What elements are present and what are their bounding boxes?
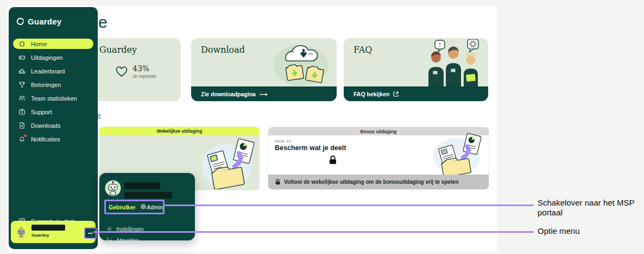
faq-cta[interactable]: FAQ bekijken (344, 86, 488, 101)
popup-item-logout[interactable]: Afmelden (106, 238, 139, 244)
option-menu-button[interactable]: ••• (84, 227, 97, 239)
user-popup-menu: Gebruiker Admin Instellingen Afmelden (99, 173, 195, 240)
heart-icon (115, 66, 128, 78)
sidebar-item-uitdagingen[interactable]: Uitdagingen (13, 51, 93, 64)
gamepad-icon (18, 54, 26, 61)
sidebar-item-label: Team statistieken (31, 95, 77, 102)
logout-icon (106, 238, 112, 244)
external-link-icon (393, 91, 399, 97)
sidebar-item-label: Uitdagingen (31, 54, 63, 61)
annotation-msp-switch: Schakelover naar het MSP portaal (538, 198, 635, 218)
reputation-value: 43% (132, 64, 156, 73)
reputation-stat: 43% Je reputatie (115, 64, 156, 79)
user-avatar (15, 226, 28, 239)
user-name-redacted (31, 225, 65, 231)
callout-line-option-menu (93, 231, 534, 233)
bonus-challenge-illustration (431, 133, 485, 175)
popup-email-redacted (124, 192, 172, 199)
bonus-week-label: Week 14 (275, 139, 291, 144)
notification-badge (24, 134, 27, 137)
sidebar: Guardey Home Uitdagingen Leaderboard Bel… (9, 7, 98, 249)
role-admin-label: Admin (147, 204, 163, 210)
team-icon (18, 95, 26, 102)
first-aid-icon (18, 108, 26, 115)
trophy-icon (18, 81, 26, 88)
guardey-logo-text: Guardey (28, 17, 61, 26)
arrow-right-icon: ⟶ (259, 91, 267, 97)
logout-label: Afmelden (116, 238, 139, 244)
sidebar-item-label: Notificaties (31, 136, 60, 143)
sidebar-nav: Home Uitdagingen Leaderboard Beloningen … (13, 37, 93, 146)
guardey-logo-icon (16, 17, 24, 26)
role-user-label: Gebruiker (109, 204, 136, 210)
home-icon (18, 40, 26, 47)
lock-icon-small (275, 179, 280, 185)
sidebar-user-card[interactable]: Guardey ••• (11, 221, 96, 243)
sidebar-item-support[interactable]: Support (13, 105, 93, 119)
sidebar-item-leaderboard[interactable]: Leaderboard (13, 64, 93, 78)
svg-text:!: ! (439, 41, 441, 48)
podium-icon (18, 67, 26, 75)
role-switch-highlight-box: Gebruiker Admin (104, 200, 165, 214)
bonus-challenge-card: Bonus uitdaging Week 14 Bescherm wat je … (268, 127, 489, 190)
file-download-icon (18, 122, 26, 129)
sidebar-item-home[interactable]: Home (13, 39, 93, 49)
toggle-knob (141, 204, 146, 209)
bonus-locked-banner: Voltooi de wekelijkse uitdaging om de bo… (268, 175, 489, 189)
sidebar-item-label: Leaderboard (31, 68, 65, 75)
callout-line-msp (165, 205, 534, 206)
faq-card-title: FAQ (353, 45, 372, 55)
sidebar-item-label: Downloads (31, 122, 60, 129)
sidebar-item-label: Support (31, 109, 52, 115)
popup-avatar (105, 180, 121, 196)
role-toggle[interactable] (140, 203, 143, 211)
sidebar-item-beloningen[interactable]: Beloningen (13, 78, 93, 91)
faq-illustration: ! (423, 39, 483, 86)
bonus-locked-text: Voltooi de wekelijkse uitdaging om de bo… (284, 179, 459, 185)
annotation-option-menu: Optie menu (538, 226, 635, 236)
sidebar-item-team-statistieken[interactable]: Team statistieken (13, 91, 93, 105)
download-cta-label: Zie downloadpagina (201, 91, 256, 97)
bell-icon (18, 135, 26, 143)
sidebar-item-downloads[interactable]: Downloads (13, 119, 93, 132)
download-illustration (270, 40, 329, 87)
download-cta[interactable]: Zie downloadpagina ⟶ (191, 86, 337, 101)
sidebar-item-label: Beloningen (31, 82, 61, 88)
page-title-fragment: e (98, 13, 108, 32)
weekly-challenge-illustration (200, 136, 257, 189)
download-card: Download Zie downloadpagina ⟶ (191, 38, 337, 101)
download-card-title: Download (201, 45, 245, 55)
faq-cta-label: FAQ bekijken (353, 91, 390, 97)
guardey-logo: Guardey (16, 17, 61, 26)
bonus-challenge-title: Bescherm wat je deelt (275, 144, 346, 152)
weekly-challenge-header: Wekelijkse uitdaging (99, 127, 260, 135)
guardey-card-title: Guardey (99, 45, 137, 55)
sidebar-item-label: Home (31, 41, 47, 47)
reputation-label: Je reputatie (132, 73, 156, 79)
sidebar-item-notificaties[interactable]: Notificaties (13, 132, 93, 146)
lock-icon (329, 156, 337, 164)
user-card-subtitle: Guardey (31, 233, 49, 238)
popup-name-redacted (124, 182, 160, 189)
faq-card: FAQ ! FAQ bekijke (344, 38, 488, 101)
